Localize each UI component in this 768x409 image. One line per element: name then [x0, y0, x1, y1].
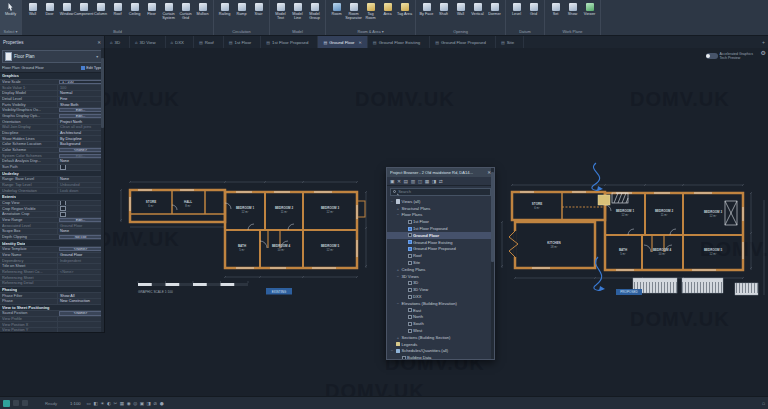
- property-value[interactable]: Edit...: [59, 108, 102, 112]
- tree-item[interactable]: Ground Floor Existing: [387, 239, 494, 246]
- tree-item[interactable]: West: [387, 327, 494, 334]
- property-value[interactable]: Ground Floor: [57, 253, 104, 258]
- tree-item[interactable]: + Structural Plans: [387, 205, 494, 212]
- browser-toolbar-icon[interactable]: ◨: [432, 179, 437, 184]
- tree-item[interactable]: Legends: [387, 341, 494, 348]
- property-value[interactable]: <None>: [57, 270, 104, 275]
- tree-item[interactable]: DXX: [387, 293, 494, 300]
- properties-palette-header[interactable]: Properties ✕: [0, 36, 105, 48]
- ribbon-group-label[interactable]: Room & Area ▾: [328, 28, 413, 35]
- view-control-icon[interactable]: ▦: [120, 401, 124, 406]
- ribbon-group-label[interactable]: Datum: [508, 28, 542, 35]
- property-value[interactable]: [57, 322, 104, 327]
- view-control-icon[interactable]: ◨: [147, 401, 151, 406]
- drawing-canvas[interactable]: DOMV.UK DOMV.UK DOMV.UK DOMV.UK DOMV.UK …: [0, 48, 768, 396]
- browser-toolbar-icon[interactable]: ▤: [404, 179, 409, 184]
- property-row[interactable]: View Position Y: [0, 328, 104, 332]
- properties-scrollbar[interactable]: [101, 48, 104, 332]
- ribbon-group-label[interactable]: Build: [24, 28, 211, 35]
- property-value[interactable]: <none>: [59, 148, 102, 152]
- tree-item[interactable]: Building Data: [387, 354, 494, 359]
- tree-expander[interactable]: −: [396, 212, 400, 217]
- browser-toolbar-icon[interactable]: ✕: [397, 179, 401, 184]
- property-value[interactable]: Normal: [57, 91, 104, 96]
- view-control-icon[interactable]: ▭: [87, 401, 91, 406]
- view-tab[interactable]: ▤ Ground Floor Proposed: [430, 36, 496, 48]
- tree-item[interactable]: Ground Floor Proposed: [387, 246, 494, 253]
- tree-expander[interactable]: +: [396, 206, 400, 211]
- status-app-icon[interactable]: [3, 400, 10, 407]
- tree-item[interactable]: − Schedules/Quantities (all): [387, 348, 494, 355]
- ribbon-button[interactable]: Railing: [216, 1, 233, 28]
- ribbon-button[interactable]: Set: [547, 1, 564, 28]
- project-browser-titlebar[interactable]: Project Browser - 2 Old maidstone Rd, DA…: [387, 168, 494, 177]
- property-value[interactable]: None: [57, 229, 104, 234]
- ribbon-button[interactable]: Tag Area: [396, 1, 413, 28]
- floor-plan-proposed[interactable]: STORE 6 m² KITCHEN 18 m² BEDROOM 1 12 m²…: [492, 145, 768, 305]
- proposed-plan-tag[interactable]: PROPOSED: [616, 289, 642, 295]
- property-value[interactable]: 100: [57, 85, 104, 90]
- property-value[interactable]: New Construction: [57, 299, 104, 304]
- tree-item[interactable]: 3D: [387, 280, 494, 287]
- property-value[interactable]: 1 : 100: [59, 80, 102, 84]
- view-control-icon[interactable]: ◧: [93, 401, 97, 406]
- tree-item[interactable]: Roof: [387, 252, 494, 259]
- scrollbar-thumb[interactable]: [491, 172, 494, 262]
- accelerated-graphics-toggle[interactable]: Accelerated Graphics Tech Preview: [706, 52, 753, 60]
- ribbon-group-label[interactable]: Opening: [418, 28, 503, 35]
- toggle-switch[interactable]: [706, 53, 718, 59]
- property-value[interactable]: Unbounded: [57, 183, 104, 188]
- ribbon-button[interactable]: Tag Room: [362, 1, 379, 28]
- tab-close-icon[interactable]: ✕: [358, 40, 361, 45]
- tree-expander[interactable]: +: [396, 267, 400, 272]
- browser-toolbar-icon[interactable]: ▣: [390, 179, 395, 184]
- tree-item[interactable]: Site: [387, 259, 494, 266]
- ribbon-button[interactable]: Mullion: [194, 1, 211, 28]
- view-control-icon[interactable]: ▣: [140, 401, 144, 406]
- property-value[interactable]: None: [57, 159, 104, 164]
- tree-item[interactable]: − Views (all): [387, 198, 494, 205]
- tree-expander[interactable]: +: [396, 335, 400, 340]
- property-value[interactable]: Independent: [57, 258, 104, 263]
- ribbon-button[interactable]: Door: [41, 1, 58, 28]
- view-control-icon[interactable]: ◎: [133, 401, 137, 406]
- property-value[interactable]: Fine: [57, 97, 104, 102]
- view-tab[interactable]: ▤ 1st Floor: [224, 36, 262, 48]
- ribbon-button[interactable]: Ramp: [233, 1, 250, 28]
- ribbon-button[interactable]: Area: [379, 1, 396, 28]
- tree-expander[interactable]: −: [390, 348, 394, 353]
- tree-item[interactable]: North: [387, 314, 494, 321]
- ribbon-button[interactable]: Viewer: [581, 1, 598, 28]
- property-value[interactable]: [57, 201, 104, 206]
- status-icon[interactable]: [13, 400, 19, 406]
- tree-expander[interactable]: −: [396, 301, 400, 306]
- property-value[interactable]: Ground Floor: [57, 223, 104, 228]
- ribbon-button[interactable]: Grid: [525, 1, 542, 28]
- ribbon-button[interactable]: Model Line: [289, 1, 306, 28]
- view-control-icon[interactable]: ◐: [107, 401, 111, 406]
- tree-expander[interactable]: −: [396, 274, 400, 279]
- view-tab[interactable]: ▤ Ground Floor ✕: [318, 36, 367, 48]
- ribbon-button[interactable]: Column: [92, 1, 109, 28]
- status-icon[interactable]: [22, 400, 28, 406]
- property-value[interactable]: Show All: [57, 293, 104, 298]
- ribbon-button[interactable]: Floor: [143, 1, 160, 28]
- view-control-icon[interactable]: ⊘: [153, 401, 157, 406]
- view-tab[interactable]: ▤ 1st Floor Proposed: [261, 36, 318, 48]
- ribbon-button[interactable]: Wall: [452, 1, 469, 28]
- property-value[interactable]: Edit...: [59, 218, 102, 222]
- property-value[interactable]: Edit...: [59, 154, 102, 158]
- tree-item[interactable]: Ground Floor: [387, 232, 494, 239]
- view-scale-control[interactable]: 1:100: [70, 401, 80, 406]
- ribbon-button[interactable]: Room Separator: [345, 1, 362, 28]
- ribbon-button[interactable]: By Face: [418, 1, 435, 28]
- view-tab[interactable]: ▤ Roof: [194, 36, 224, 48]
- ribbon-button[interactable]: Modify: [2, 1, 19, 28]
- edit-type-button[interactable]: Edit Type: [81, 66, 102, 70]
- ribbon-button[interactable]: Roof: [109, 1, 126, 28]
- property-value[interactable]: Show Both: [57, 102, 104, 107]
- property-value[interactable]: Architectural: [57, 131, 104, 136]
- browser-toolbar-icon[interactable]: ◫: [418, 179, 423, 184]
- new-tab-button[interactable]: +: [759, 36, 768, 48]
- view-tab[interactable]: ▤ Site: [496, 36, 524, 48]
